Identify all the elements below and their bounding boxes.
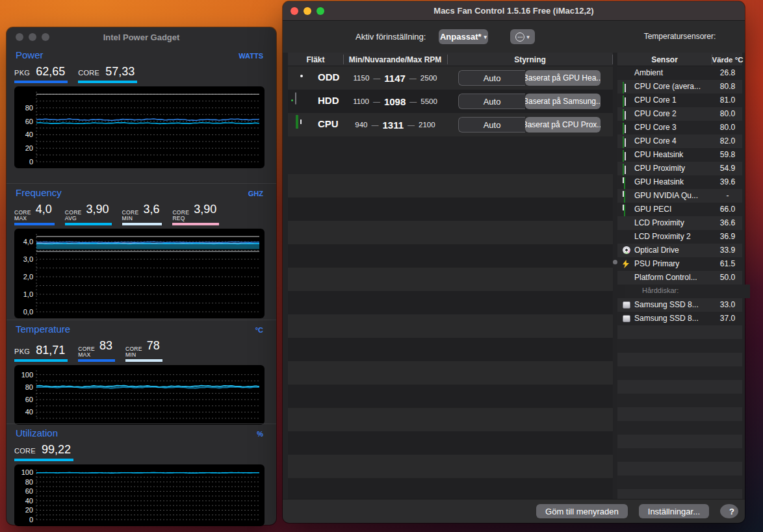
auto-mode-button[interactable]: Auto: [458, 117, 525, 133]
active-preset-label: Aktiv förinställning:: [356, 32, 426, 42]
sensor-row[interactable]: GPU PECI 66.0: [617, 203, 742, 216]
control-column-header[interactable]: Styrning: [447, 53, 613, 66]
sensor-column-header[interactable]: Sensor: [617, 53, 712, 66]
minimize-button[interactable]: [304, 7, 311, 15]
sensor-name: Hårddiskar:: [642, 286, 679, 294]
svg-text:60: 60: [25, 118, 33, 125]
utilization-section-title: Utilization: [16, 427, 58, 438]
sensor-row[interactable]: CPU Heatsink 59.8: [617, 148, 742, 162]
sensor-row[interactable]: LCD Proximity 2 36.9: [617, 230, 742, 244]
fan-control-mode: Auto Baserat på Samsung...: [458, 94, 601, 109]
svg-text:100: 100: [21, 370, 33, 378]
minimize-button[interactable]: [29, 33, 36, 41]
custom-mode-button[interactable]: Baserat på GPU Hea...: [525, 70, 601, 86]
cpu-chip-icon: [623, 82, 624, 94]
sensor-value: 61.5: [712, 259, 744, 268]
utilization-chart: 020406080100: [14, 464, 265, 526]
svg-text:3,0: 3,0: [23, 255, 33, 263]
svg-text:0: 0: [29, 158, 33, 166]
zoom-button[interactable]: [317, 7, 324, 15]
sensor-value: 33.9: [712, 246, 744, 255]
utilization-stats: CORE 99,22: [14, 443, 265, 461]
sensor-row[interactable]: Samsung SSD 8... 37.0: [617, 312, 742, 325]
sensor-value: 80.8: [712, 82, 744, 91]
settings-button[interactable]: Inställningar...: [639, 504, 709, 518]
gpu-card-icon: [624, 191, 625, 203]
window-title: Intel Power Gadget: [103, 32, 180, 42]
sensor-row[interactable]: CPU Core 2 80.0: [617, 107, 742, 121]
fan-control-titlebar[interactable]: Macs Fan Control 1.5.16 Free (iMac12,2): [283, 1, 745, 21]
sensor-row[interactable]: CPU Proximity 54.9: [617, 162, 742, 175]
sensor-row[interactable]: GPU Heatsink 39.6: [617, 175, 742, 189]
fan-min-rpm: 1100: [353, 97, 369, 105]
cpu-chip-icon: [623, 123, 624, 135]
auto-mode-button[interactable]: Auto: [458, 94, 525, 109]
utilization-section: Utilization % CORE 99,22 020406080100: [14, 427, 265, 526]
fan-row[interactable]: CPU 940 — 1311 — 2100 Auto Baserat på CP…: [288, 113, 613, 136]
svg-text:40: 40: [25, 497, 33, 505]
svg-text:0: 0: [29, 516, 33, 524]
sensor-row[interactable]: Ambient 26.8: [617, 66, 742, 80]
custom-mode-button[interactable]: Baserat på Samsung...: [525, 94, 601, 109]
fan-min-rpm: 940: [355, 121, 367, 129]
auto-mode-button[interactable]: Auto: [458, 70, 525, 86]
cpu-chip-icon: [623, 136, 624, 149]
sensor-row[interactable]: CPU Core 1 81.0: [617, 94, 742, 107]
custom-mode-button[interactable]: Baserat på CPU Prox...: [525, 117, 601, 133]
sensor-table-panel: Sensor Värde °C Ambient 26.8 CPU Core (a…: [617, 53, 742, 499]
pkg-temp-stat: PKG 81,71: [14, 344, 68, 362]
pkg-power-stat: PKG 62,65: [14, 65, 68, 83]
sensor-row[interactable]: CPU Core 4 82.0: [617, 134, 742, 148]
sensor-row[interactable]: GPU NVIDIA Qu... -: [617, 189, 742, 203]
sensor-value: 26.8: [712, 68, 744, 77]
sensor-name: Ambient: [634, 68, 663, 77]
fan-current-rpm: 1311: [383, 120, 404, 131]
frequency-section-title: Frequency: [16, 187, 62, 198]
splitter-handle[interactable]: [613, 260, 617, 264]
svg-text:100: 100: [21, 468, 33, 476]
temperature-sensors-label: Temperatursensorer:: [617, 32, 742, 41]
value-column-header[interactable]: Värde °C: [712, 53, 744, 66]
fan-row[interactable]: HDD 1100 — 1098 — 5500 Auto Baserat på S…: [288, 90, 613, 113]
sensor-row[interactable]: Platform Control... 50.0: [617, 271, 742, 285]
fan-row[interactable]: ODD 1150 — 1147 — 2500 Auto Baserat på G…: [288, 66, 613, 90]
sensor-name: CPU Core (avera...: [634, 82, 701, 91]
sensor-row[interactable]: LCD Proximity 36.6: [617, 216, 742, 230]
rpm-column-header[interactable]: Min/Nuvarande/Max RPM: [343, 53, 447, 66]
preset-actions-button[interactable]: ••• ▾: [510, 29, 535, 44]
drive-icon: [623, 301, 630, 309]
zoom-button[interactable]: [42, 33, 49, 41]
frequency-stats: COREMAX 4,0 COREAVG 3,90 COREMIN 3,6 COR…: [14, 203, 265, 225]
fan-max-rpm: 2500: [420, 74, 437, 82]
help-button[interactable]: ?: [720, 504, 738, 518]
sensor-value: 50.0: [712, 273, 744, 282]
fan-max-rpm: 5500: [420, 97, 437, 105]
frequency-section: Frequency GHZ COREMAX 4,0 COREAVG 3,90 C…: [14, 187, 265, 318]
fan-rpm-values: 940 — 1311 — 2100: [343, 113, 447, 136]
sensor-row[interactable]: CPU Core (avera... 80.8: [617, 80, 742, 94]
lightning-bolt-icon: [623, 260, 629, 268]
sensor-name: GPU PECI: [634, 205, 671, 214]
fan-min-rpm: 1150: [354, 74, 370, 82]
core-avg-freq-stat: COREAVG 3,90: [65, 203, 112, 225]
column-separator: [343, 55, 344, 64]
sensor-row[interactable]: Samsung SSD 8... 33.0: [617, 298, 742, 312]
temperature-section-title: Temperature: [16, 323, 70, 335]
preset-dropdown[interactable]: Anpassat* ▾: [439, 29, 488, 44]
sensor-name: CPU Core 3: [634, 123, 677, 132]
fan-column-header[interactable]: Fläkt: [288, 53, 343, 66]
close-button[interactable]: [291, 7, 298, 15]
close-button[interactable]: [16, 33, 23, 41]
sensor-row[interactable]: CPU Core 3 80.0: [617, 121, 742, 134]
intel-power-gadget-window: Intel Power Gadget Power WATTS PKG 62,65…: [6, 27, 276, 525]
sensor-name: LCD Proximity: [634, 218, 684, 227]
fan-max-rpm: 2100: [419, 121, 435, 129]
sensor-name: Optical Drive: [634, 246, 679, 255]
sensor-row[interactable]: PSU Primary 61.5: [617, 257, 742, 271]
power-gadget-titlebar[interactable]: Intel Power Gadget: [6, 27, 276, 47]
fan-table-panel: Fläkt Min/Nuvarande/Max RPM Styrning ODD…: [288, 53, 613, 499]
frequency-unit-label: GHZ: [248, 190, 263, 197]
sensor-row[interactable]: Optical Drive 33.9: [617, 244, 742, 257]
hide-to-menubar-button[interactable]: Göm till menyraden: [536, 504, 628, 518]
sensor-value: 81.0: [712, 95, 744, 105]
